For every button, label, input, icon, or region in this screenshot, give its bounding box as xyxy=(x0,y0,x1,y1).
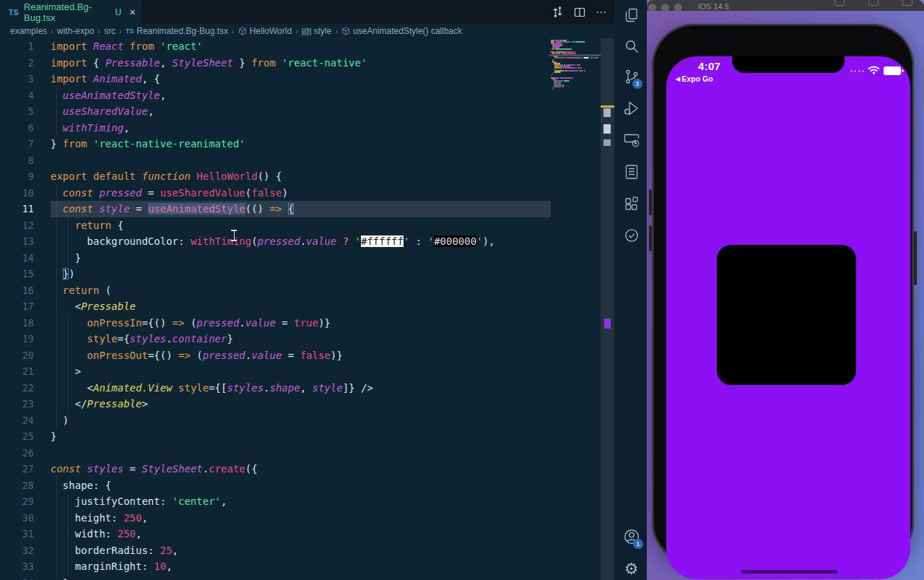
line-number: 34 xyxy=(0,575,51,580)
phone-screen[interactable]: 4:07 ◀ Expo Go xyxy=(666,56,910,579)
code-line-30[interactable]: 30 height: 250, xyxy=(0,510,551,527)
traffic-light-zoom-button[interactable] xyxy=(674,4,682,12)
breadcrumb: examples›with-expo›src›TSReanimated.Bg-B… xyxy=(0,24,624,38)
line-number: 28 xyxy=(0,477,51,494)
line-number: 14 xyxy=(0,250,51,267)
code-line-13[interactable]: 13 backgroundColor: withTiming(pressed.v… xyxy=(0,233,551,250)
code-line-24[interactable]: 24 ) xyxy=(0,412,551,429)
simulator-toolbar-icon[interactable] xyxy=(868,0,879,6)
line-number: 21 xyxy=(0,363,51,380)
code-line-3[interactable]: 3import Animated, { xyxy=(0,71,551,87)
code-line-7[interactable]: 7} from 'react-native-reanimated' xyxy=(0,136,551,152)
back-to-expo-go[interactable]: ◀ Expo Go xyxy=(676,74,713,83)
run-debug-icon[interactable] xyxy=(614,100,648,117)
line-number: 5 xyxy=(0,103,51,120)
simulator-toolbar-icons xyxy=(834,0,912,6)
breadcrumb-item[interactable]: TSReanimated.Bg-Bug.tsx xyxy=(126,26,228,36)
code-line-8[interactable]: 8 xyxy=(0,152,551,169)
volume-up-button xyxy=(649,189,652,215)
line-number: 10 xyxy=(0,185,51,202)
explorer-icon[interactable] xyxy=(614,7,648,25)
code-editor[interactable]: 1import React from 'react'2import { Pres… xyxy=(0,38,551,580)
code-line-14[interactable]: 14 } xyxy=(0,250,551,267)
source-control-icon[interactable]: 3 xyxy=(614,68,648,85)
extensions-icon[interactable] xyxy=(614,195,648,212)
activity-bar: 3 xyxy=(614,0,648,580)
line-number: 11 xyxy=(0,201,51,217)
line-number: 3 xyxy=(0,71,51,87)
breadcrumb-item[interactable]: src xyxy=(104,26,116,36)
testing-icon[interactable] xyxy=(614,227,648,244)
code-line-4[interactable]: 4 useAnimatedStyle, xyxy=(0,87,551,104)
line-number: 29 xyxy=(0,493,51,510)
breadcrumb-item[interactable]: with-expo xyxy=(57,26,94,36)
code-line-22[interactable]: 22 <Animated.View style={[styles.shape, … xyxy=(0,380,551,397)
code-line-23[interactable]: 23 </Pressable> xyxy=(0,396,551,412)
line-number: 19 xyxy=(0,331,51,347)
animated-shape[interactable] xyxy=(717,245,856,385)
code-line-18[interactable]: 18 onPressIn={() => (pressed.value = tru… xyxy=(0,315,551,332)
code-line-32[interactable]: 32 borderRadius: 25, xyxy=(0,542,551,559)
typescript-file-icon: TS xyxy=(9,8,19,17)
code-line-26[interactable]: 26 xyxy=(0,445,551,462)
code-line-2[interactable]: 2import { Pressable, StyleSheet } from '… xyxy=(0,55,551,72)
close-tab-icon[interactable]: × xyxy=(129,7,136,17)
line-number: 32 xyxy=(0,542,51,559)
code-line-25[interactable]: 25} xyxy=(0,428,551,445)
more-actions-icon[interactable]: ⋯ xyxy=(596,6,606,19)
line-number: 16 xyxy=(0,282,51,299)
code-line-11[interactable]: 11 const style = useAnimatedStyle(() => … xyxy=(0,201,551,217)
accounts-icon[interactable]: 1 xyxy=(614,527,648,546)
code-line-19[interactable]: 19 style={styles.container} xyxy=(0,331,551,347)
overview-ruler-marker xyxy=(603,139,611,146)
tab-reanimated-bg-bug[interactable]: TS Reanimated.Bg-Bug.tsx U × xyxy=(0,0,141,24)
code-line-28[interactable]: 28 shape: { xyxy=(0,477,551,494)
compare-changes-icon[interactable] xyxy=(552,6,564,18)
line-number: 15 xyxy=(0,266,51,282)
simulator-toolbar-icon[interactable] xyxy=(834,0,845,6)
code-line-33[interactable]: 33 marginRight: 10, xyxy=(0,558,551,575)
code-line-12[interactable]: 12 return { xyxy=(0,217,551,234)
minimap[interactable] xyxy=(551,40,601,141)
home-indicator[interactable] xyxy=(741,570,837,573)
code-line-9[interactable]: 9export default function HelloWorld() { xyxy=(0,168,551,185)
breadcrumb-item[interactable]: HelloWorld xyxy=(238,26,292,36)
code-line-15[interactable]: 15 }) xyxy=(0,266,551,282)
breadcrumb-item[interactable]: examples xyxy=(10,26,47,36)
code-line-20[interactable]: 20 onPressOut={() => (pressed.value = fa… xyxy=(0,347,551,364)
code-line-10[interactable]: 10 const pressed = useSharedValue(false) xyxy=(0,185,551,202)
traffic-light-minimize-button[interactable] xyxy=(661,4,669,12)
search-icon[interactable] xyxy=(614,38,648,55)
overview-ruler-marker xyxy=(604,319,611,329)
breadcrumb-item[interactable]: [@]style xyxy=(302,26,331,36)
code-line-1[interactable]: 1import React from 'react' xyxy=(0,38,551,55)
code-line-21[interactable]: 21 > xyxy=(0,363,551,380)
traffic-light-close-button[interactable] xyxy=(648,4,656,12)
code-line-16[interactable]: 16 return ( xyxy=(0,282,551,299)
line-number: 8 xyxy=(0,152,51,169)
simulator-toolbar-icon[interactable] xyxy=(902,0,912,6)
notebook-icon[interactable] xyxy=(614,163,648,181)
code-line-27[interactable]: 27const styles = StyleSheet.create({ xyxy=(0,461,551,477)
line-number: 13 xyxy=(0,233,51,250)
code-line-17[interactable]: 17 <Pressable xyxy=(0,298,551,315)
editor-actions: ⋯ xyxy=(552,0,606,24)
split-editor-icon[interactable] xyxy=(574,7,585,18)
code-line-34[interactable]: 34 }, xyxy=(0,575,551,580)
simulator-titlebar[interactable]: iOS 14.5 xyxy=(647,0,924,11)
code-line-5[interactable]: 5 useSharedValue, xyxy=(0,103,551,120)
iphone-device: 4:07 ◀ Expo Go xyxy=(652,24,914,564)
settings-gear-icon[interactable]: ⚙ xyxy=(614,561,648,577)
remote-explorer-icon[interactable] xyxy=(614,131,648,149)
code-line-6[interactable]: 6 withTiming, xyxy=(0,120,551,137)
mouse-ibeam-cursor xyxy=(231,230,237,241)
accounts-badge: 1 xyxy=(633,539,643,549)
line-number: 30 xyxy=(0,510,51,527)
code-line-31[interactable]: 31 width: 250, xyxy=(0,526,551,542)
line-number: 20 xyxy=(0,347,51,364)
overview-ruler-marker xyxy=(603,108,611,117)
breadcrumb-item[interactable]: useAnimatedStyle() callback xyxy=(341,26,462,36)
overview-ruler-marker xyxy=(601,105,614,108)
code-line-29[interactable]: 29 justifyContent: 'center', xyxy=(0,493,551,510)
scrollbar-overview-ruler[interactable] xyxy=(601,38,614,580)
